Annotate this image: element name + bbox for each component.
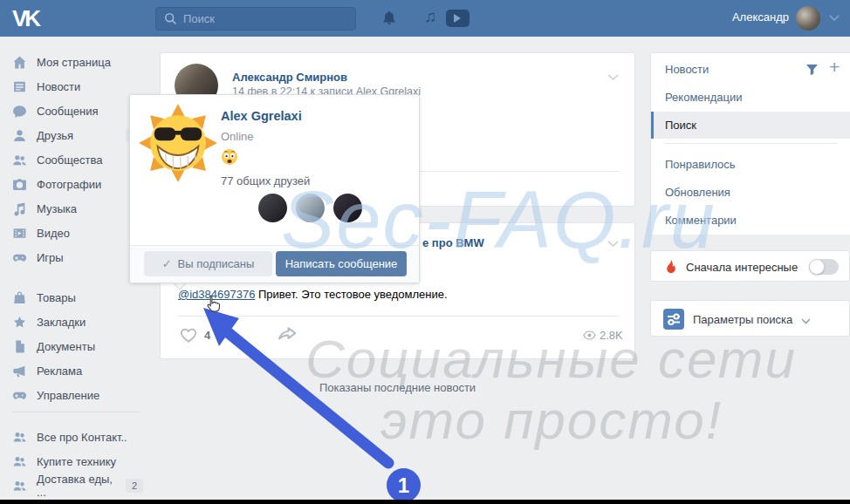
- sidebar-item-manage[interactable]: Управление: [12, 383, 152, 407]
- sidebar-item-my-page[interactable]: Моя страница: [12, 50, 152, 74]
- group-counter-badge: 2: [126, 479, 143, 493]
- sidebar-group-label: Доставка еды, ...: [37, 473, 116, 499]
- write-message-label: Написать сообщение: [285, 257, 398, 270]
- mutual-friend-avatar[interactable]: [296, 194, 325, 222]
- sidebar-item-label: Документы: [37, 340, 95, 353]
- sidebar-item-documents[interactable]: Документы: [12, 334, 152, 358]
- profile-hovercard: Alex Ggrelaxi Online 77 общих друзей ✓ В…: [129, 94, 420, 283]
- manage-icon: [12, 388, 27, 403]
- sidebar-group-label: Все про Контакт..: [37, 431, 127, 444]
- sidebar-item-friends[interactable]: Друзья 3: [12, 123, 143, 147]
- news-icon: [12, 79, 27, 94]
- gamepad-icon: [12, 250, 27, 265]
- share-icon[interactable]: [277, 325, 298, 344]
- mutual-friend-avatar[interactable]: [221, 194, 250, 222]
- post-divider: [178, 316, 619, 317]
- search-input[interactable]: Поиск: [155, 7, 356, 31]
- flame-icon: [664, 259, 678, 275]
- feed-footer-note: Показаны последние новости: [160, 381, 635, 394]
- annotation-step-number: 1: [387, 468, 421, 502]
- popup-footer: ✓ Вы подписаны Написать сообщение: [130, 245, 419, 283]
- post-author-name[interactable]: Александр Смирнов: [232, 71, 347, 84]
- post-text-body: Привет. Это тестовое уведомление.: [255, 288, 447, 301]
- search-icon: [164, 12, 177, 25]
- video-film-icon: [12, 226, 27, 241]
- toggle-knob: [809, 259, 825, 275]
- popup-mutual-friends[interactable]: 77 общих друзей: [221, 174, 310, 187]
- sidebar-item-label: Управление: [37, 389, 99, 402]
- sidebar-item-label: Закладки: [37, 316, 86, 329]
- search-params-card[interactable]: Параметры поиска: [650, 300, 850, 337]
- subscribed-button-label: Вы подписаны: [178, 257, 255, 270]
- write-message-button[interactable]: Написать сообщение: [276, 251, 407, 276]
- sidebar-item-label: Видео: [37, 227, 70, 240]
- check-icon: ✓: [162, 257, 172, 270]
- group-icon: [12, 454, 27, 468]
- friends-icon: [12, 128, 27, 143]
- popup-profile-name[interactable]: Alex Ggrelaxi: [221, 109, 302, 123]
- right-nav-active-bar: [651, 112, 654, 139]
- right-nav-item-news[interactable]: Новости: [665, 63, 709, 76]
- views-eye-icon: [583, 330, 596, 340]
- right-nav-item-liked[interactable]: Понравилось: [665, 158, 736, 171]
- right-nav-item-search[interactable]: Поиск: [665, 119, 696, 132]
- sidebar-group-item[interactable]: Все про Контакт..: [12, 425, 152, 449]
- bottom-black-bar: [0, 500, 850, 504]
- subscribed-button[interactable]: ✓ Вы подписаны: [144, 251, 272, 276]
- sidebar-item-label: Сообщества: [37, 153, 103, 167]
- music-icon[interactable]: ♫: [424, 7, 436, 26]
- play-triangle-icon: [454, 14, 461, 23]
- camera-icon: [12, 177, 27, 192]
- sidebar-item-label: Товары: [37, 291, 76, 304]
- right-nav-item-updates[interactable]: Обновления: [665, 186, 730, 199]
- profile-sun-avatar[interactable]: [139, 104, 217, 182]
- sidebar-item-bookmarks[interactable]: Закладки: [12, 310, 152, 334]
- sidebar-item-label: Фотографии: [37, 178, 101, 191]
- sidebar-item-label: Реклама: [37, 364, 82, 378]
- topbar-username[interactable]: Александр: [732, 10, 789, 24]
- music-note-icon: [12, 201, 27, 216]
- search-placeholder: Поиск: [183, 12, 215, 25]
- group-icon: [12, 430, 27, 444]
- sidebar-group-item[interactable]: Доставка еды, ... 2: [12, 473, 143, 498]
- params-chevron-icon: [801, 318, 811, 324]
- popup-online-status: Online: [221, 130, 254, 143]
- right-nav-panel: Новости + Рекомендации Поиск Понравилось…: [650, 52, 850, 234]
- right-nav-item-comments[interactable]: Комментарии: [665, 214, 737, 227]
- post-menu-chevron-icon[interactable]: [607, 74, 619, 81]
- sidebar-item-label: Игры: [37, 251, 64, 264]
- post-community-title[interactable]: е про BMW: [422, 236, 484, 249]
- right-nav-divider: [665, 143, 837, 144]
- right-nav-item-recommendations[interactable]: Рекомендации: [665, 91, 743, 104]
- astonished-emoji-icon: [221, 148, 238, 166]
- sidebar-item-label: Новости: [37, 80, 80, 93]
- add-plus-icon[interactable]: +: [829, 57, 840, 78]
- shopping-bag-icon: [12, 290, 27, 305]
- watermark-line2: это просто!: [380, 389, 723, 451]
- sidebar-divider: [12, 412, 140, 412]
- messages-icon: [12, 104, 27, 119]
- hand-cursor-icon: [204, 295, 223, 315]
- topbar-avatar[interactable]: [796, 6, 820, 31]
- sliders-icon: [663, 309, 684, 330]
- filter-funnel-icon[interactable]: [805, 64, 819, 76]
- communities-icon: [12, 153, 27, 167]
- mutual-friend-avatar[interactable]: [258, 194, 287, 222]
- sidebar-item-label: Сообщения: [37, 105, 99, 118]
- sidebar-item-ads[interactable]: Реклама: [12, 358, 152, 383]
- search-params-label: Параметры поиска: [693, 313, 792, 326]
- document-icon: [12, 339, 27, 354]
- interesting-first-toggle[interactable]: [809, 259, 839, 275]
- vk-logo[interactable]: VK: [12, 5, 38, 32]
- sidebar-item-market[interactable]: Товары: [12, 285, 152, 310]
- like-heart-icon[interactable]: [178, 325, 199, 344]
- sidebar-group-item[interactable]: Купите технику: [12, 449, 152, 473]
- post-menu-chevron-icon[interactable]: [607, 241, 619, 248]
- account-menu-chevron-icon[interactable]: [829, 15, 840, 22]
- mutual-friend-avatar[interactable]: [333, 194, 362, 222]
- sidebar-item-label: Музыка: [37, 202, 77, 215]
- notifications-bell-icon[interactable]: [381, 10, 397, 26]
- sidebar-item-label: Моя страница: [37, 56, 111, 69]
- video-icon[interactable]: [446, 10, 470, 27]
- megaphone-icon: [12, 364, 27, 378]
